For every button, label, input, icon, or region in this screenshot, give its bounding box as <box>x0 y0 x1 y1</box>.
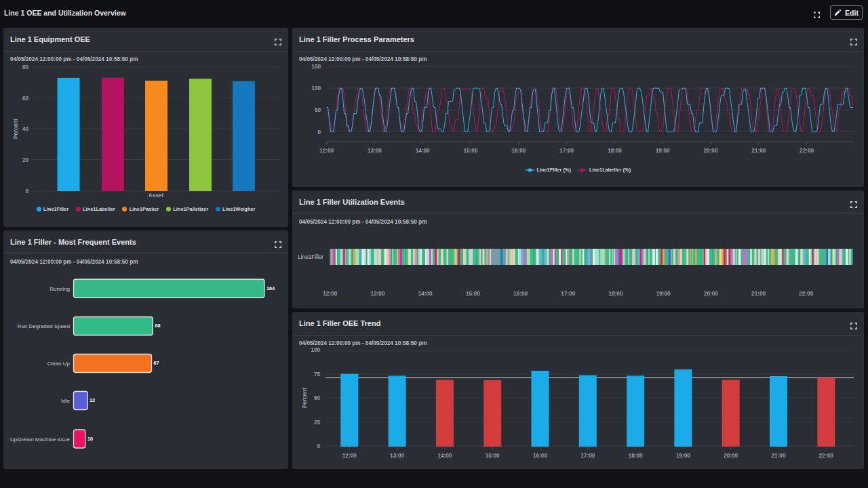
svg-text:100: 100 <box>311 347 320 353</box>
svg-text:18:00: 18:00 <box>608 148 622 154</box>
svg-text:20:00: 20:00 <box>704 291 718 297</box>
svg-text:40: 40 <box>22 126 29 132</box>
svg-text:12:00: 12:00 <box>342 453 357 459</box>
svg-text:68: 68 <box>155 323 161 329</box>
svg-text:20:00: 20:00 <box>704 148 718 154</box>
svg-text:14:00: 14:00 <box>437 453 452 459</box>
svg-text:17:00: 17:00 <box>580 453 595 459</box>
svg-text:50: 50 <box>314 395 321 401</box>
svg-text:Percent: Percent <box>302 388 308 408</box>
svg-text:80: 80 <box>22 64 29 70</box>
svg-text:19:00: 19:00 <box>676 453 690 459</box>
svg-text:0: 0 <box>25 188 28 195</box>
svg-text:67: 67 <box>154 360 159 366</box>
svg-text:Clean Up: Clean Up <box>47 361 71 367</box>
svg-text:15:00: 15:00 <box>466 291 480 297</box>
svg-text:16:00: 16:00 <box>511 148 526 154</box>
svg-text:12:00: 12:00 <box>323 291 337 297</box>
svg-text:19:00: 19:00 <box>656 148 670 154</box>
svg-text:0: 0 <box>317 129 321 136</box>
svg-text:18:00: 18:00 <box>629 453 643 459</box>
svg-text:22:00: 22:00 <box>799 291 813 297</box>
svg-text:21:00: 21:00 <box>751 148 766 154</box>
svg-text:15:00: 15:00 <box>486 453 500 459</box>
svg-text:13:00: 13:00 <box>390 453 404 459</box>
svg-text:164: 164 <box>267 285 275 291</box>
svg-text:12: 12 <box>90 397 95 403</box>
svg-text:Upstream Machine issue: Upstream Machine issue <box>10 436 71 443</box>
svg-text:100: 100 <box>311 85 321 92</box>
svg-text:60: 60 <box>22 96 29 102</box>
svg-text:14:00: 14:00 <box>416 148 430 154</box>
svg-text:50: 50 <box>315 107 321 113</box>
svg-text:25: 25 <box>314 420 321 426</box>
svg-text:Percent: Percent <box>13 119 19 139</box>
svg-text:75: 75 <box>314 371 321 378</box>
svg-text:20:00: 20:00 <box>724 453 738 459</box>
svg-text:16:00: 16:00 <box>513 291 528 297</box>
svg-text:12:00: 12:00 <box>319 148 334 154</box>
svg-text:Line1Filler: Line1Filler <box>298 254 323 260</box>
svg-text:19:00: 19:00 <box>656 291 671 297</box>
svg-text:13:00: 13:00 <box>368 148 382 154</box>
svg-text:16:00: 16:00 <box>533 453 547 459</box>
svg-text:21:00: 21:00 <box>772 453 786 459</box>
svg-text:22:00: 22:00 <box>800 148 814 154</box>
svg-text:22:00: 22:00 <box>819 453 833 459</box>
svg-text:Run Degraded Speed: Run Degraded Speed <box>18 323 70 329</box>
svg-text:18:00: 18:00 <box>609 291 623 297</box>
svg-text:17:00: 17:00 <box>561 291 575 297</box>
svg-text:20: 20 <box>22 157 29 163</box>
svg-text:10: 10 <box>87 436 93 442</box>
svg-text:21:00: 21:00 <box>751 291 766 297</box>
svg-text:14:00: 14:00 <box>418 291 433 297</box>
svg-text:0: 0 <box>317 443 320 449</box>
svg-text:150: 150 <box>311 64 321 70</box>
svg-text:15:00: 15:00 <box>464 148 478 154</box>
svg-text:Running: Running <box>50 286 70 292</box>
svg-text:17:00: 17:00 <box>559 148 574 154</box>
svg-text:Asset: Asset <box>149 192 164 199</box>
svg-text:Idle: Idle <box>61 398 70 404</box>
svg-text:13:00: 13:00 <box>371 291 385 297</box>
